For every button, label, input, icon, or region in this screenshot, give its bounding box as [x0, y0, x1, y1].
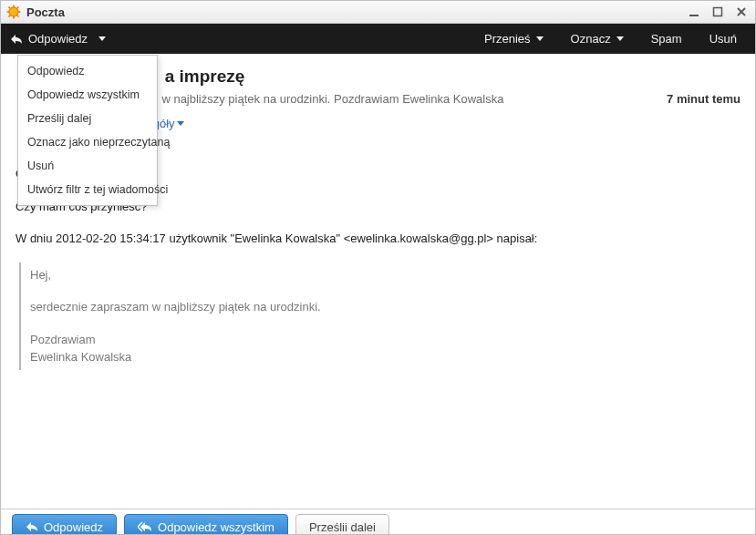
mark-label: Oznacz — [571, 32, 611, 46]
svg-line-8 — [9, 15, 11, 17]
reply-all-icon — [138, 521, 152, 532]
reply-split-button[interactable]: Odpowiedz — [10, 32, 106, 46]
dropdown-item-delete[interactable]: Usuń — [18, 154, 157, 178]
app-window: Poczta Odpowiedz Przenieś — [0, 0, 756, 535]
reply-label: Odpowiedz — [28, 32, 88, 46]
reply-icon — [10, 34, 23, 45]
quote-intro: W dniu 2012-02-20 15:34:17 użytkownik "E… — [16, 230, 740, 248]
dropdown-item-create-filter[interactable]: Utwórz filtr z tej wiadomości — [18, 178, 157, 201]
footer-reply-all-label: Odpowiedz wszystkim — [158, 520, 274, 534]
chevron-down-icon — [98, 36, 106, 42]
delete-label: Usuń — [709, 32, 737, 46]
quote-signoff-line: Ewelinka Kowalska — [30, 348, 731, 366]
dropdown-item-mark-unread[interactable]: Oznacz jako nieprzeczytaną — [18, 130, 157, 154]
svg-rect-9 — [689, 15, 699, 16]
footer-forward-label: Prześlii dalei — [309, 520, 376, 534]
quoted-block: Hej, serdecznie zapraszam w najbliższy p… — [19, 262, 740, 370]
maximize-button[interactable] — [709, 5, 726, 18]
dropdown-item-forward[interactable]: Prześlij dalej — [18, 107, 157, 130]
footer-reply-all-button[interactable]: Odpowiedz wszystkim — [124, 514, 288, 534]
minimize-button[interactable] — [686, 5, 702, 18]
quote-line: serdecznie zapraszam w najbliższy piątek… — [30, 298, 731, 316]
quote-signoff-line: Pozdrawiam — [30, 331, 731, 349]
chevron-down-icon — [536, 36, 544, 42]
chevron-down-icon — [616, 36, 624, 42]
footer-forward-button[interactable]: Prześlii dalei — [295, 514, 389, 534]
move-label: Przenieś — [484, 32, 531, 46]
content-area: Odpowiedz Odpowiedz wszystkim Prześlij d… — [1, 54, 755, 509]
spam-label: Spam — [651, 32, 682, 46]
reply-dropdown: Odpowiedz Odpowiedz wszystkim Prześlij d… — [17, 55, 158, 206]
footer-reply-label: Odpowiedz — [44, 520, 103, 534]
window-title: Poczta — [26, 5, 65, 19]
footer: Odpowiedz Odpowiedz wszystkim Prześlii d… — [1, 509, 755, 534]
spam-button[interactable]: Spam — [651, 32, 682, 46]
move-menu[interactable]: Przenieś — [484, 32, 544, 46]
titlebar: Poczta — [1, 1, 755, 24]
quote-signoff: Pozdrawiam Ewelinka Kowalska — [30, 331, 731, 366]
toolbar-right: Przenieś Oznacz Spam Usuń — [484, 32, 746, 46]
svg-line-7 — [17, 7, 19, 9]
reply-icon — [26, 521, 38, 532]
dropdown-item-reply-all[interactable]: Odpowiedz wszystkim — [18, 83, 157, 107]
time-relative: 7 minut temu — [648, 92, 740, 106]
caret-down-icon — [177, 121, 184, 127]
svg-rect-10 — [714, 8, 722, 16]
mark-menu[interactable]: Oznacz — [571, 32, 624, 46]
quote-line: Hej, — [30, 266, 731, 284]
close-button[interactable] — [733, 5, 750, 18]
toolbar: Odpowiedz Przenieś Oznacz Spam Usuń — [1, 24, 755, 54]
svg-line-5 — [9, 7, 11, 9]
footer-reply-button[interactable]: Odpowiedz — [12, 514, 117, 534]
svg-line-6 — [17, 15, 19, 17]
app-icon — [6, 5, 21, 19]
window-buttons — [686, 5, 750, 18]
dropdown-item-reply[interactable]: Odpowiedz — [18, 59, 157, 83]
delete-button[interactable]: Usuń — [709, 32, 737, 46]
